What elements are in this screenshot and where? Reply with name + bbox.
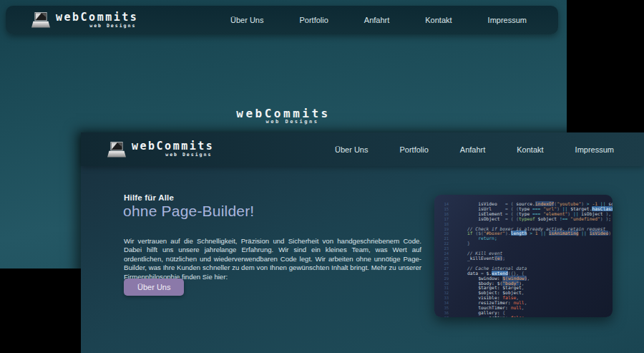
code-line: 27// Cache internal data bbox=[440, 266, 610, 271]
top-navbar-links: Über Uns Portfolio Anfahrt Kontakt Impre… bbox=[230, 16, 538, 24]
top-nav-item-kontakt[interactable]: Kontakt bbox=[425, 16, 452, 24]
section-heading: ohne Page-Builder! bbox=[123, 203, 254, 220]
section-kicker: Hilfe für Alle bbox=[124, 193, 174, 202]
overlay-nav-item-anfahrt[interactable]: Anfahrt bbox=[460, 145, 485, 154]
code-line: 35 touchTimer: null, bbox=[440, 306, 610, 311]
code-line: 37 active: false bbox=[440, 316, 610, 317]
code-line: 36 gallery: { bbox=[440, 311, 610, 316]
overlay-nav-item-kontakt[interactable]: Kontakt bbox=[517, 145, 543, 154]
code-line: 31 $target: $target, bbox=[440, 286, 610, 291]
top-nav-item-portfolio[interactable]: Portfolio bbox=[299, 16, 328, 24]
code-line: 24// Kill event bbox=[440, 251, 610, 256]
code-line: 17 isObject = ( (typeof $object !== "und… bbox=[440, 217, 610, 222]
top-nav-item-anfahrt[interactable]: Anfahrt bbox=[364, 16, 389, 24]
overlay-nav-item-impressum[interactable]: Impressum bbox=[575, 145, 614, 154]
overlay-navbar: webCommits web Designs Über Uns Portfoli… bbox=[81, 132, 644, 166]
top-nav-item-ueber-uns[interactable]: Über Uns bbox=[230, 16, 263, 24]
overlay-nav-item-ueber-uns[interactable]: Über Uns bbox=[335, 145, 368, 154]
laptop-logo-icon bbox=[107, 141, 126, 158]
code-line: 34 resizeTimer: null, bbox=[440, 301, 610, 306]
hero-watermark-tagline: web Designs bbox=[266, 119, 321, 125]
section-body-text: Wir vertrauen auf die Schnelligkeit, Prä… bbox=[124, 237, 421, 281]
laptop-logo-icon bbox=[31, 11, 50, 29]
ueber-uns-button[interactable]: Über Uns bbox=[124, 279, 184, 296]
brand-tagline: web Designs bbox=[56, 23, 138, 29]
top-navbar: webCommits web Designs Über Uns Portfoli… bbox=[6, 6, 558, 34]
code-line: 29 $window: $(window), bbox=[440, 276, 610, 281]
code-screenshot-image: 14 isVideo = ( source.indexOf("youtube")… bbox=[434, 195, 613, 317]
brand-name: webCommits bbox=[56, 12, 138, 23]
code-line: 20if ($("#boxer").length > 1 || isAnimat… bbox=[440, 231, 610, 236]
code-line: 22} bbox=[440, 241, 610, 246]
screenshot-canvas: webCommits web Designs Über Uns Portfoli… bbox=[0, 0, 644, 353]
brand-tagline: web Designs bbox=[132, 152, 214, 158]
code-line: 32 $object: $object, bbox=[440, 291, 610, 296]
code-panel-lines: 14 isVideo = ( source.indexOf("youtube")… bbox=[440, 202, 610, 317]
overlay-nav-item-portfolio[interactable]: Portfolio bbox=[399, 145, 428, 154]
overlay-page: webCommits web Designs Über Uns Portfoli… bbox=[81, 132, 644, 353]
top-nav-item-impressum[interactable]: Impressum bbox=[488, 16, 527, 24]
top-navbar-logo-text: webCommits web Designs bbox=[56, 12, 138, 29]
overlay-navbar-logo[interactable]: webCommits web Designs bbox=[107, 141, 214, 158]
overlay-navbar-logo-text: webCommits web Designs bbox=[132, 141, 214, 158]
hero-watermark-logo: webCommits web Designs bbox=[0, 108, 567, 125]
code-line: 21 return; bbox=[440, 236, 610, 241]
hero-watermark-name: webCommits bbox=[236, 108, 330, 119]
overlay-navbar-links: Über Uns Portfolio Anfahrt Kontakt Impre… bbox=[335, 145, 627, 154]
code-line: 23 bbox=[440, 246, 610, 251]
brand-name: webCommits bbox=[132, 141, 214, 152]
code-line: 25_killEvent(e); bbox=[440, 256, 610, 261]
code-line: 30 $body: $("body"), bbox=[440, 281, 610, 286]
top-navbar-logo[interactable]: webCommits web Designs bbox=[31, 11, 138, 29]
